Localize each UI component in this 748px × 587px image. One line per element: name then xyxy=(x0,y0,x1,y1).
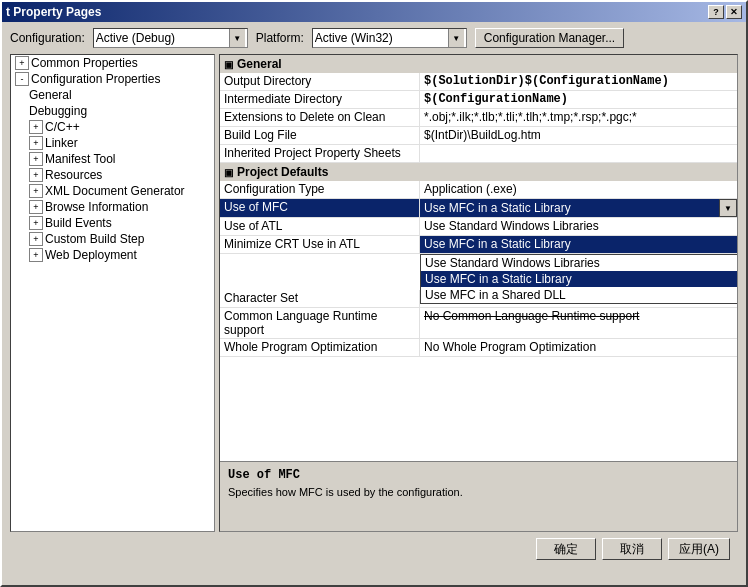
tree-item-general[interactable]: General xyxy=(11,87,214,103)
help-button[interactable]: ? xyxy=(708,5,724,19)
prop-clr: Common Language Runtime support No Commo… xyxy=(220,308,737,339)
general-expand-icon[interactable]: ▣ xyxy=(224,59,233,70)
tree-item-manifest[interactable]: + Manifest Tool xyxy=(11,151,214,167)
main-row: + Common Properties - Configuration Prop… xyxy=(10,54,738,532)
platform-value: Active (Win32) xyxy=(315,31,448,45)
cancel-button[interactable]: 取消 xyxy=(602,538,662,560)
tree-item-xml[interactable]: + XML Document Generator xyxy=(11,183,214,199)
config-value: Active (Debug) xyxy=(96,31,229,45)
general-section-header: ▣ General xyxy=(220,55,737,73)
platform-combo[interactable]: Active (Win32) ▼ xyxy=(312,28,467,48)
tree-label-cc: C/C++ xyxy=(45,120,80,134)
prop-label-minimize-crt: Minimize CRT Use in ATL xyxy=(220,236,420,253)
expand-icon-xml[interactable]: + xyxy=(29,184,43,198)
prop-use-atl: Use of ATL Use Standard Windows Librarie… xyxy=(220,218,737,236)
info-title: Use of MFC xyxy=(228,468,729,482)
tree-label-web: Web Deployment xyxy=(45,248,137,262)
tree-item-debugging[interactable]: Debugging xyxy=(11,103,214,119)
prop-inherited: Inherited Project Property Sheets xyxy=(220,145,737,163)
prop-whole-program: Whole Program Optimization No Whole Prog… xyxy=(220,339,737,357)
expand-icon-common[interactable]: + xyxy=(15,56,29,70)
prop-label-use-mfc: Use of MFC xyxy=(220,199,420,217)
platform-combo-arrow[interactable]: ▼ xyxy=(448,29,464,47)
prop-label-intermediate-dir: Intermediate Directory xyxy=(220,91,420,108)
prop-value-config-type: Application (.exe) xyxy=(420,181,737,198)
prop-label-extensions: Extensions to Delete on Clean xyxy=(220,109,420,126)
prop-use-mfc[interactable]: Use of MFC Use MFC in a Static Library ▼ xyxy=(220,199,737,218)
dropdown-item-3[interactable]: Use MFC in a Shared DLL xyxy=(421,287,737,303)
window-title: t Property Pages xyxy=(6,5,101,19)
project-defaults-title: Project Defaults xyxy=(237,165,328,179)
prop-value-clr: No Common Language Runtime support xyxy=(420,308,737,338)
prop-value-whole-program: No Whole Program Optimization xyxy=(420,339,737,356)
use-mfc-dropdown-arrow[interactable]: ▼ xyxy=(719,199,737,217)
tree-label-build-events: Build Events xyxy=(45,216,112,230)
tree-label-xml: XML Document Generator xyxy=(45,184,185,198)
tree-label-general: General xyxy=(29,88,72,102)
tree-label-debugging: Debugging xyxy=(29,104,87,118)
config-label: Configuration: xyxy=(10,31,85,45)
prop-label-character-set: Character Set xyxy=(220,290,420,307)
toolbar-row: Configuration: Active (Debug) ▼ Platform… xyxy=(10,28,738,48)
config-manager-button[interactable]: Configuration Manager... xyxy=(475,28,624,48)
dropdown-item-2[interactable]: Use MFC in a Static Library xyxy=(421,271,737,287)
tree-label-browse: Browse Information xyxy=(45,200,148,214)
prop-label-build-log: Build Log File xyxy=(220,127,420,144)
expand-icon-custom-build[interactable]: + xyxy=(29,232,43,246)
use-mfc-value-text: Use MFC in a Static Library xyxy=(420,200,719,216)
prop-value-use-mfc: Use MFC in a Static Library ▼ xyxy=(420,199,737,217)
tree-item-build-events[interactable]: + Build Events xyxy=(11,215,214,231)
prop-value-intermediate-dir: $(ConfigurationName) xyxy=(420,91,737,108)
tree-panel: + Common Properties - Configuration Prop… xyxy=(10,54,215,532)
dropdown-popup: Use Standard Windows Libraries Use MFC i… xyxy=(420,254,737,304)
ok-button[interactable]: 确定 xyxy=(536,538,596,560)
prop-value-build-log: $(IntDir)\BuildLog.htm xyxy=(420,127,737,144)
tree-item-linker[interactable]: + Linker xyxy=(11,135,214,151)
tree-item-custom-build[interactable]: + Custom Build Step xyxy=(11,231,214,247)
right-panel: ▣ General Output Directory $(SolutionDir… xyxy=(219,54,738,532)
prop-value-inherited xyxy=(420,145,737,162)
tree-label-config: Configuration Properties xyxy=(31,72,160,86)
expand-icon-cc[interactable]: + xyxy=(29,120,43,134)
tree-item-web[interactable]: + Web Deployment xyxy=(11,247,214,263)
prop-config-type: Configuration Type Application (.exe) xyxy=(220,181,737,199)
expand-icon-build-events[interactable]: + xyxy=(29,216,43,230)
tree-item-cc[interactable]: + C/C++ xyxy=(11,119,214,135)
dropdown-item-1[interactable]: Use Standard Windows Libraries xyxy=(421,255,737,271)
title-bar-buttons: ? ✕ xyxy=(708,5,742,19)
expand-icon-browse[interactable]: + xyxy=(29,200,43,214)
properties-area: ▣ General Output Directory $(SolutionDir… xyxy=(220,55,737,461)
tree-item-resources[interactable]: + Resources xyxy=(11,167,214,183)
prop-intermediate-dir: Intermediate Directory $(ConfigurationNa… xyxy=(220,91,737,109)
tree-item-config[interactable]: - Configuration Properties xyxy=(11,71,214,87)
project-defaults-expand-icon[interactable]: ▣ xyxy=(224,167,233,178)
tree-item-browse[interactable]: + Browse Information xyxy=(11,199,214,215)
expand-icon-linker[interactable]: + xyxy=(29,136,43,150)
prop-label-config-type: Configuration Type xyxy=(220,181,420,198)
expand-icon-resources[interactable]: + xyxy=(29,168,43,182)
tree-label-common: Common Properties xyxy=(31,56,138,70)
tree-label-custom-build: Custom Build Step xyxy=(45,232,144,246)
prop-label-use-atl: Use of ATL xyxy=(220,218,420,235)
prop-label-output-dir: Output Directory xyxy=(220,73,420,90)
prop-value-extensions: *.obj;*.ilk;*.tlb;*.tli;*.tlh;*.tmp;*.rs… xyxy=(420,109,737,126)
prop-build-log: Build Log File $(IntDir)\BuildLog.htm xyxy=(220,127,737,145)
prop-label-clr: Common Language Runtime support xyxy=(220,308,420,338)
prop-minimize-crt-container: Minimize CRT Use in ATL Use MFC in a Sta… xyxy=(220,236,737,254)
title-bar: t Property Pages ? ✕ xyxy=(2,2,746,22)
prop-label-whole-program: Whole Program Optimization xyxy=(220,339,420,356)
tree-label-linker: Linker xyxy=(45,136,78,150)
prop-minimize-crt: Minimize CRT Use in ATL Use MFC in a Sta… xyxy=(220,236,737,254)
prop-value-use-atl: Use Standard Windows Libraries xyxy=(420,218,737,235)
close-button[interactable]: ✕ xyxy=(726,5,742,19)
config-combo-arrow[interactable]: ▼ xyxy=(229,29,245,47)
info-panel: Use of MFC Specifies how MFC is used by … xyxy=(220,461,737,531)
expand-icon-web[interactable]: + xyxy=(29,248,43,262)
apply-button[interactable]: 应用(A) xyxy=(668,538,730,560)
project-defaults-section-header: ▣ Project Defaults xyxy=(220,163,737,181)
prop-value-minimize-crt: Use MFC in a Static Library xyxy=(420,236,737,253)
tree-item-common[interactable]: + Common Properties xyxy=(11,55,214,71)
expand-icon-manifest[interactable]: + xyxy=(29,152,43,166)
expand-icon-config[interactable]: - xyxy=(15,72,29,86)
config-combo[interactable]: Active (Debug) ▼ xyxy=(93,28,248,48)
